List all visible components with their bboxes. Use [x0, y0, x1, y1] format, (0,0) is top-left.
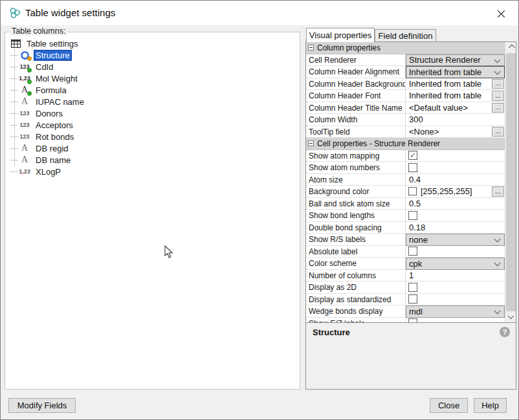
text-icon: A	[18, 96, 31, 107]
tree-item-label: Table settings	[25, 39, 80, 49]
table-icon	[9, 38, 22, 49]
property-row: Atom size 0.4	[306, 174, 505, 186]
prop-label: Column Header Alignment	[306, 66, 406, 78]
dropdown-value: cpk	[409, 259, 422, 269]
column-header-background-ellipsis-button[interactable]: ...	[492, 79, 504, 89]
double-bond-spacing-field[interactable]: 0.18	[406, 223, 425, 232]
show-atom-mapping-checkbox[interactable]: ✓	[408, 151, 417, 160]
title-bar: Table widget settings	[1, 1, 518, 25]
column-header-alignment-dropdown[interactable]: Inherited from table	[406, 66, 505, 78]
mouse-cursor	[164, 245, 175, 260]
tree-item-db-name[interactable]: A DB name	[8, 154, 297, 166]
column-header-title-ellipsis-button[interactable]: ...	[492, 103, 504, 113]
property-row: Color scheme cpk	[306, 258, 505, 270]
tree-item-donors[interactable]: 123 Donors	[8, 107, 297, 119]
prop-label: Number of columns	[306, 270, 406, 282]
close-icon[interactable]	[492, 7, 509, 20]
tree-item-mol-weight[interactable]: 1,23 Mol Weight	[8, 72, 297, 84]
tree-item-db-regid[interactable]: A DB regid	[8, 142, 297, 154]
property-row: Double bond spacing 0.18	[306, 222, 505, 234]
property-row: Wedge bonds display mdl	[306, 305, 505, 318]
property-row: Show atom numbers	[306, 162, 505, 174]
tooltip-field-ellipsis-button[interactable]: ...	[492, 127, 504, 137]
display-as-standardized-checkbox[interactable]	[408, 294, 417, 304]
close-button[interactable]: Close	[430, 398, 468, 413]
dropdown-value: Inherited from table	[409, 67, 481, 77]
color-scheme-dropdown[interactable]: cpk	[406, 258, 505, 270]
prop-label: Show atom numbers	[306, 162, 406, 173]
window-title: Table widget settings	[25, 7, 115, 18]
number-icon: 123	[18, 120, 31, 130]
description-title: Structure	[313, 327, 350, 337]
tree-item-label: DB name	[34, 155, 72, 165]
number-of-columns-field[interactable]: 1	[406, 271, 414, 280]
tree-stub	[10, 113, 18, 114]
prop-value: <None>	[406, 127, 439, 137]
tab-field-definition[interactable]: Field definition	[375, 29, 436, 42]
prop-value: <Default value>	[406, 103, 468, 113]
number-icon: 123	[18, 61, 31, 72]
prop-label: Double bond spacing	[306, 222, 406, 234]
show-atom-numbers-checkbox[interactable]	[408, 163, 417, 172]
visual-properties-panel: Column properties Cell Renderer Structur…	[305, 41, 516, 390]
atom-size-field[interactable]: 0.4	[406, 175, 421, 184]
prop-label: Column Header Background Co	[306, 78, 406, 90]
db-badge-icon	[27, 68, 32, 72]
decimal-icon: 1,23	[18, 166, 31, 177]
collapse-icon[interactable]	[308, 45, 314, 50]
column-header-font-ellipsis-button[interactable]: ...	[492, 91, 504, 101]
property-row: Display as standardized	[306, 294, 505, 306]
scroll-down-icon[interactable]	[505, 311, 516, 322]
tree-item-cdid[interactable]: 123 CdId	[8, 61, 297, 72]
show-bond-lengths-checkbox[interactable]	[408, 211, 417, 220]
scrollbar-thumb[interactable]	[506, 53, 516, 311]
tree-item-acceptors[interactable]: 123 Acceptors	[8, 119, 297, 131]
ball-stick-atom-size-field[interactable]: 0.5	[406, 199, 421, 208]
property-grid: Column properties Cell Renderer Structur…	[306, 42, 516, 322]
tree-item-table-settings[interactable]: Table settings	[9, 38, 297, 49]
chevron-down-icon	[494, 56, 501, 63]
tree-item-xlogp[interactable]: 1,23 XLogP	[8, 166, 297, 177]
chevron-down-icon	[494, 69, 501, 75]
wedge-bonds-dropdown[interactable]: mdl	[406, 305, 505, 318]
tree-item-structure[interactable]: Structure	[8, 49, 297, 61]
prop-label: Absolute label	[306, 246, 406, 258]
property-row: Column Header Font Inherited from table.…	[306, 90, 505, 102]
text-icon: A	[18, 143, 31, 153]
absolute-label-checkbox[interactable]	[408, 247, 417, 256]
section-label: Column properties	[317, 43, 381, 52]
background-color-swatch[interactable]	[408, 187, 417, 195]
tree-item-rot-bonds[interactable]: 123 Rot bonds	[8, 131, 297, 142]
collapse-icon[interactable]	[308, 140, 314, 146]
display-as-2d-checkbox[interactable]	[408, 283, 417, 292]
property-row: Show R/S labels none	[306, 234, 505, 246]
tab-visual-properties[interactable]: Visual properties	[306, 28, 375, 42]
help-icon[interactable]: ?	[500, 327, 510, 337]
property-row: Display as 2D	[306, 282, 505, 294]
tree-stub	[10, 148, 18, 149]
property-row: Show bond lengths	[306, 210, 505, 222]
background-color-ellipsis-button[interactable]: ...	[492, 186, 504, 197]
tree-item-formula[interactable]: A Formula	[8, 84, 297, 96]
property-row: Show atom mapping ✓	[306, 150, 505, 162]
cell-renderer-dropdown[interactable]: Structure Renderer	[406, 54, 505, 67]
modify-fields-button[interactable]: Modify Fields	[8, 398, 76, 413]
tree-item-label: XLogP	[34, 167, 63, 177]
show-rs-labels-dropdown[interactable]: none	[406, 234, 505, 246]
table-columns-panel: Table settings Structure 123 CdId	[5, 32, 300, 390]
scrollbar[interactable]	[505, 42, 516, 322]
prop-label: Color scheme	[306, 258, 406, 269]
number-icon: 123	[18, 108, 31, 118]
tree-stub	[10, 67, 18, 67]
tree-stub	[10, 125, 18, 126]
column-width-field[interactable]: 300	[406, 115, 423, 124]
property-row: Ball and stick atom size 0.5	[306, 198, 505, 210]
scroll-up-icon[interactable]	[505, 42, 516, 53]
property-row: Column Header Title Name <Default value>…	[306, 102, 505, 115]
tree-stub	[10, 171, 18, 172]
tree-item-iupac-name[interactable]: A IUPAC name	[8, 96, 297, 107]
help-button[interactable]: Help	[474, 398, 507, 413]
property-row: Background color [255,255,255]...	[306, 186, 505, 198]
prop-label: Show R/S labels	[306, 234, 406, 245]
chevron-down-icon	[494, 260, 501, 267]
